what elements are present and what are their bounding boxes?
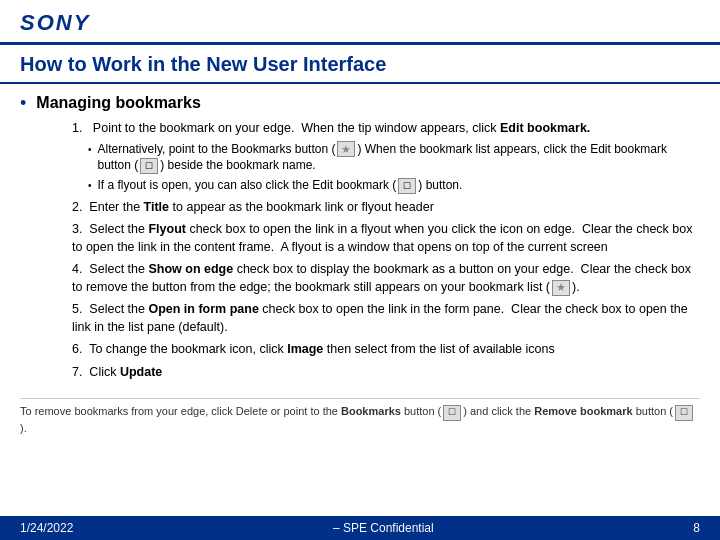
step-1-number: 1. <box>72 121 89 135</box>
footer-note-text: To remove bookmarks from your edge, clic… <box>20 405 695 433</box>
step-1: 1. Point to the bookmark on your edge. W… <box>72 120 700 194</box>
header: SONY <box>0 0 720 45</box>
bottom-bar: 1/24/2022 – SPE Confidential 8 <box>0 516 720 540</box>
confidential-label: – SPE Confidential <box>333 521 434 535</box>
title-bar: How to Work in the New User Interface <box>0 45 720 84</box>
step-4: 4. Select the Show on edge check box to … <box>72 261 700 296</box>
main-content: • Managing bookmarks 1. Point to the boo… <box>0 84 720 392</box>
step-7: 7. Click Update <box>72 364 700 382</box>
bookmark-list-icon: ★ <box>552 280 570 296</box>
sub-bullet-1a: Alternatively, point to the Bookmarks bu… <box>88 141 700 175</box>
bookmarks-button-icon: ★ <box>337 141 355 157</box>
footer-note: To remove bookmarks from your edge, clic… <box>20 398 700 436</box>
step-6: 6. To change the bookmark icon, click Im… <box>72 341 700 359</box>
edit-bookmark-icon: ☐ <box>140 158 158 174</box>
footer-bookmarks-icon: ☐ <box>443 405 461 421</box>
edit-bookmark-icon-2: ☐ <box>398 178 416 194</box>
sony-logo: SONY <box>20 10 90 35</box>
step-1-sub-bullets: Alternatively, point to the Bookmarks bu… <box>88 141 700 194</box>
slide-date: 1/24/2022 <box>20 521 73 535</box>
footer-remove-icon: ☐ <box>675 405 693 421</box>
step-2: 2. Enter the Title to appear as the book… <box>72 199 700 217</box>
section-heading: • Managing bookmarks <box>20 94 700 112</box>
section-title: Managing bookmarks <box>36 94 200 112</box>
page-number: 8 <box>693 521 700 535</box>
steps-list: 1. Point to the bookmark on your edge. W… <box>72 120 700 381</box>
sub-bullet-1b: If a flyout is open, you can also click … <box>88 177 700 194</box>
step-1-text: Point to the bookmark on your edge. When… <box>93 121 590 135</box>
step-5: 5. Select the Open in form pane check bo… <box>72 301 700 336</box>
page-title: How to Work in the New User Interface <box>20 53 386 75</box>
section-bullet: • <box>20 94 26 112</box>
step-3: 3. Select the Flyout check box to open t… <box>72 221 700 256</box>
